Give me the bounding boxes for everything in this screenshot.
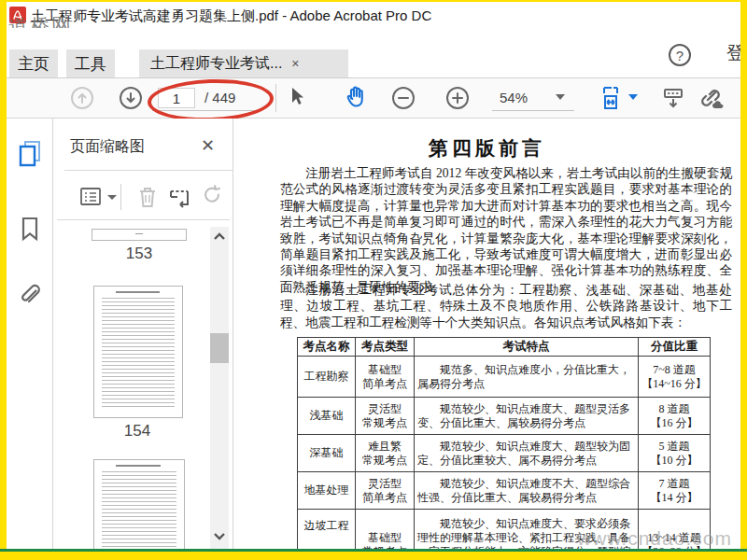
close-tab-icon[interactable]: × [291, 56, 299, 71]
table-row: 深基础 难且繁 常规考点 规范较少、知识点难度大、题型较为固定、分值比重较大、属… [298, 435, 711, 472]
zoom-in-button[interactable] [445, 86, 470, 110]
title-bar: 土工程师专业考试高建勇习题集上侧.pdf - Adobe Acrobat Pro… [7, 2, 740, 28]
exam-point-feature: 规范较少、知识点难度不大、题型综合性强、分值比重大、属较易得分考点 [415, 472, 639, 510]
panel-toolbar-divider [120, 184, 121, 210]
site-watermark-bottom: www.cndao.com [577, 527, 732, 549]
document-tab-label: 土工程师专业考试... [150, 54, 282, 74]
hand-tool-icon[interactable] [343, 83, 369, 111]
panel-divider [64, 170, 233, 171]
page-thumbnails-icon[interactable] [17, 139, 43, 169]
document-paragraph: 注册岩土工程师专业考试总体分为：工程勘察、浅基础、深基础、地基处理、边坡工程、基… [280, 282, 732, 330]
table-row: 浅基础 灵活型 常规考点 规范较少、知识点难度大、题型灵活多变、分值比重大、属较… [298, 398, 711, 435]
exam-point-name: 边坡工程 [298, 510, 356, 550]
main-toolbar: / 449 54% [7, 78, 740, 119]
panel-scrollbar-thumb[interactable] [210, 333, 229, 363]
col-header: 考试特点 [415, 338, 639, 357]
table-row: 工程勘察 基础型 简单考点 规范多、知识点难度小，分值比重大，属易得分考点 7~… [298, 357, 711, 398]
thumbnail-text-lines [102, 471, 176, 549]
thumbnail-text-lines [102, 298, 175, 408]
table-row: 地基处理 灵活型 简单考点 规范较少、知识点难度不大、题型综合性强、分值比重大、… [298, 472, 711, 510]
panel-scrollbar[interactable] [210, 227, 229, 549]
exam-point-name: 地基处理 [298, 472, 356, 510]
exam-point-feature: 规范多、知识点难度小，分值比重大，属易得分考点 [415, 357, 639, 398]
col-header: 分值比重 [639, 338, 711, 357]
zoom-out-button[interactable] [391, 86, 416, 110]
collapse-toolbar-icon[interactable] [660, 85, 686, 111]
acrobat-window: 土工程师专业考试高建勇习题集上侧.pdf - Adobe Acrobat Pro… [7, 2, 740, 549]
panel-divider [57, 219, 230, 220]
col-header: 考点名称 [298, 338, 356, 357]
document-paragraph: 注册岩土工程师考试自 2012 年改变风格以来，岩土考试由以前的生搬硬套规范公式… [280, 165, 732, 295]
exam-point-type: 灵活型 简单考点 [356, 472, 415, 510]
tab-document[interactable]: 土工程师专业考试... × [139, 49, 348, 77]
toolbar-divider [275, 84, 276, 112]
page-thumbnail[interactable] [93, 459, 185, 549]
tab-tools[interactable]: 工具 [66, 49, 115, 77]
thumbnail-options-caret[interactable] [107, 195, 117, 200]
exam-point-score: 5 道题 【10 分】 [639, 435, 711, 472]
red-circle-annotation [147, 77, 274, 124]
exam-point-score: 7~8 道题 【14~16 分】 [639, 357, 711, 398]
sign-in-link[interactable]: 登 [726, 41, 740, 65]
crop-pages-icon[interactable] [167, 184, 193, 210]
page-thumbnail[interactable] [93, 286, 183, 418]
exam-point-name: 浅基础 [298, 398, 356, 435]
page-thumbnails-panel: 页面缩略图 ✕ [53, 119, 233, 549]
exam-point-type: 基础型 简单考点 [356, 357, 415, 398]
fit-width-icon[interactable] [597, 84, 625, 112]
table-header-row: 考点名称 考点类型 考试特点 分值比重 [298, 338, 711, 357]
fit-options-caret[interactable] [628, 94, 638, 100]
exam-point-type: 难且繁 常规考点 [356, 435, 415, 472]
thumbnail-page-number: 153 [92, 245, 186, 263]
tab-bar: 主页 工具 土工程师专业考试... × ? 登 [7, 28, 740, 78]
zoom-field-underline [492, 110, 574, 111]
exam-point-name: 工程勘察 [298, 357, 356, 398]
share-link-icon[interactable] [696, 84, 726, 112]
navigation-pane-strip [7, 119, 53, 549]
exam-point-feature: 规范较少、知识点难度大、题型灵活多变、分值比重大、属较易得分考点 [415, 398, 639, 435]
previous-page-button[interactable] [70, 86, 94, 110]
exam-point-score: 7 道题 【14 分】 [639, 472, 711, 510]
thumbnail-options-icon[interactable] [79, 186, 104, 208]
bookmarks-icon[interactable] [20, 216, 40, 242]
select-tool-icon[interactable] [285, 85, 307, 109]
attachments-icon[interactable] [18, 283, 42, 309]
rotate-pages-icon[interactable] [201, 184, 223, 210]
exam-points-table: 考点名称 考点类型 考试特点 分值比重 工程勘察 基础型 简单考点 规范多、知识… [297, 337, 711, 549]
frame-green-line [0, 549, 747, 552]
page-thumbnail[interactable] [92, 229, 187, 241]
zoom-level-value: 54% [500, 90, 528, 105]
help-icon[interactable]: ? [669, 44, 691, 66]
panel-title: 页面缩略图 [70, 137, 145, 157]
exam-point-type: 基础型 常规考点 [356, 510, 415, 550]
panel-close-icon[interactable]: ✕ [201, 135, 215, 156]
col-header: 考点类型 [356, 338, 415, 357]
delete-pages-icon[interactable] [135, 184, 160, 210]
exam-point-feature: 规范较少、知识点难度大、题型较为固定、分值比重较大、属不易得分考点 [415, 435, 639, 472]
next-page-button[interactable] [119, 86, 143, 110]
document-heading: 第四版前言 [233, 135, 740, 161]
exam-point-name: 深基础 [298, 435, 356, 472]
document-view[interactable]: 第四版前言 注册岩土工程师考试自 2012 年改变风格以来，岩土考试由以前的生搬… [233, 119, 740, 549]
exam-point-score: 8 道题 【16 分】 [639, 398, 711, 435]
tab-home[interactable]: 主页 [9, 49, 58, 77]
zoom-dropdown-caret[interactable] [556, 94, 565, 100]
window-title: 土工程师专业考试高建勇习题集上侧.pdf - Adobe Acrobat Pro… [31, 7, 431, 25]
thumbnail-page-number: 154 [91, 422, 184, 441]
exam-point-type: 灵活型 常规考点 [356, 398, 415, 435]
